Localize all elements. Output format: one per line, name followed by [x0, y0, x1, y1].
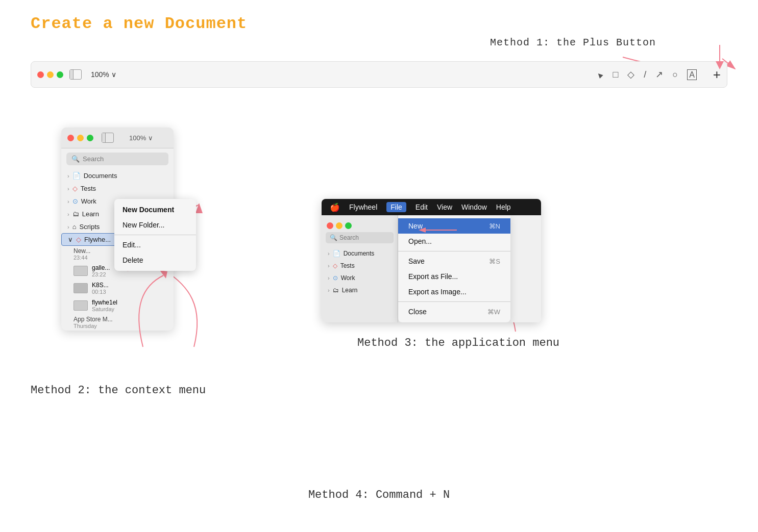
- search-label: Search: [83, 155, 104, 163]
- chevron-icon: ›: [328, 287, 330, 293]
- traffic-lights: [37, 71, 63, 78]
- file-close-label: Close: [408, 308, 427, 316]
- app-menubar: 🍎 Flywheel File Edit View Window Help: [322, 199, 541, 215]
- menubar-edit[interactable]: Edit: [415, 203, 428, 211]
- app-minimize-btn[interactable]: [336, 222, 343, 229]
- scripts-icon: ⌂: [72, 223, 77, 231]
- cursor-tool-icon[interactable]: [596, 69, 604, 80]
- search-label: Search: [339, 234, 359, 241]
- documents-icon: 📄: [333, 250, 340, 257]
- doc-thumbnail: [74, 266, 88, 276]
- chevron-icon: ›: [67, 211, 69, 217]
- menubar-view[interactable]: View: [437, 203, 452, 211]
- app-maximize-btn[interactable]: [345, 222, 352, 229]
- app-sidebar-documents[interactable]: › 📄 Documents: [322, 247, 398, 260]
- file-export-image-item[interactable]: Export as Image...: [398, 284, 510, 299]
- circle-tool-icon[interactable]: [672, 69, 678, 80]
- sidebar-minimize-btn[interactable]: [77, 135, 84, 141]
- menubar-help[interactable]: Help: [496, 203, 511, 211]
- file-new-item[interactable]: New ⌘N: [398, 218, 510, 234]
- sidebar-item-tests[interactable]: › ◇ Tests: [61, 182, 174, 195]
- ctx-edit[interactable]: Edit...: [114, 237, 196, 252]
- menubar-flywheel[interactable]: Flywheel: [349, 203, 377, 211]
- recent-item-flywheel1[interactable]: flywhe1el Saturday: [61, 297, 174, 314]
- app-menu-body: 🔍 Search › 📄 Documents › ◇ Tests › ⊙ Wor…: [322, 215, 541, 322]
- app-sidebar-tests[interactable]: › ◇ Tests: [322, 260, 398, 272]
- apple-menu-icon[interactable]: 🍎: [330, 202, 340, 212]
- chevron-icon: ›: [67, 198, 69, 205]
- arrow-tool-icon[interactable]: [655, 69, 663, 80]
- close-button[interactable]: [37, 71, 44, 78]
- save-shortcut: ⌘S: [489, 258, 500, 265]
- sidebar-toggle-button[interactable]: [69, 69, 82, 80]
- chevron-icon: ›: [328, 275, 330, 281]
- export-file-label: Export as File...: [408, 272, 458, 281]
- search-icon: 🔍: [330, 234, 337, 241]
- sidebar-search-bar[interactable]: 🔍 Search: [66, 153, 168, 165]
- menubar-window[interactable]: Window: [461, 203, 487, 211]
- item-label: Documents: [344, 250, 375, 257]
- ctx-new-document[interactable]: New Document: [114, 202, 196, 217]
- page-title: Create a new Document: [31, 14, 247, 33]
- recent-item-k8s[interactable]: K8S... 00:13: [61, 280, 174, 297]
- ctx-new-folder[interactable]: New Folder...: [114, 217, 196, 233]
- sidebar-maximize-btn[interactable]: [87, 135, 93, 141]
- toolbar-icons: [596, 69, 697, 80]
- sidebar-item-documents[interactable]: › 📄 Documents: [61, 169, 174, 182]
- file-open-item[interactable]: Open...: [398, 234, 510, 249]
- app-sidebar-learn[interactable]: › 🗂 Learn: [322, 284, 398, 296]
- recent-label: K8S...: [92, 282, 109, 289]
- file-open-label: Open...: [408, 237, 432, 245]
- recent-time: 23:22: [92, 271, 110, 277]
- chevron-icon: ›: [67, 173, 69, 179]
- sidebar-item-label: Documents: [84, 172, 117, 180]
- method2-label: Method 2: the context menu: [31, 384, 206, 397]
- app-sidebar-search[interactable]: 🔍 Search: [326, 232, 394, 243]
- recent-time: Saturday: [92, 306, 117, 312]
- item-label: Learn: [342, 287, 358, 294]
- menubar-file[interactable]: File: [386, 202, 406, 212]
- file-divider1: [398, 251, 510, 251]
- chevron-icon: ›: [328, 263, 330, 269]
- item-label: Tests: [340, 262, 355, 269]
- app-menu-window: 🍎 Flywheel File Edit View Window Help 🔍 …: [322, 199, 541, 322]
- app-sidebar-work[interactable]: › ⊙ Work: [322, 272, 398, 284]
- doc-thumbnail: [74, 283, 88, 293]
- work-icon: ⊙: [333, 274, 338, 282]
- chevron-icon: ›: [67, 186, 69, 192]
- text-tool-icon[interactable]: [687, 69, 697, 80]
- doc-thumbnail: [74, 300, 88, 311]
- recent-item-appstore[interactable]: App Store M... Thursday: [61, 314, 174, 331]
- zoom-level[interactable]: 100% ∨: [91, 70, 116, 79]
- search-icon: 🔍: [71, 155, 80, 163]
- plus-button[interactable]: +: [713, 67, 721, 83]
- diamond-tool-icon[interactable]: [627, 69, 634, 80]
- sidebar-item-label: Learn: [82, 210, 99, 218]
- export-image-label: Export as Image...: [408, 288, 467, 296]
- maximize-button[interactable]: [57, 71, 63, 78]
- recent-time: 00:13: [92, 289, 109, 295]
- rectangle-tool-icon[interactable]: [613, 69, 618, 80]
- context-menu: New Document New Folder... Edit... Delet…: [114, 199, 196, 271]
- close-shortcut: ⌘W: [487, 308, 500, 316]
- line-tool-icon[interactable]: [644, 69, 646, 80]
- file-export-file-item[interactable]: Export as File...: [398, 269, 510, 284]
- recent-time: Thursday: [74, 323, 167, 329]
- file-new-label: New: [408, 222, 423, 230]
- file-save-item[interactable]: Save ⌘S: [398, 254, 510, 269]
- sidebar-close-btn[interactable]: [67, 135, 74, 141]
- work-icon: ⊙: [72, 197, 78, 205]
- chevron-icon: ›: [67, 224, 69, 230]
- app-sidebar-mini: 🔍 Search › 📄 Documents › ◇ Tests › ⊙ Wor…: [322, 215, 398, 322]
- sidebar-titlebar: 100% ∨: [61, 128, 174, 148]
- file-close-item[interactable]: Close ⌘W: [398, 304, 510, 319]
- recent-label: galle...: [92, 264, 110, 271]
- documents-icon: 📄: [72, 172, 81, 180]
- method1-label: Method 1: the Plus Button: [490, 37, 656, 48]
- sidebar-panel-toggle[interactable]: [102, 133, 114, 143]
- ctx-delete[interactable]: Delete: [114, 252, 196, 268]
- app-close-btn[interactable]: [327, 222, 333, 229]
- ctx-divider1: [114, 235, 196, 235]
- sidebar-item-label: Scripts: [80, 223, 100, 231]
- minimize-button[interactable]: [47, 71, 54, 78]
